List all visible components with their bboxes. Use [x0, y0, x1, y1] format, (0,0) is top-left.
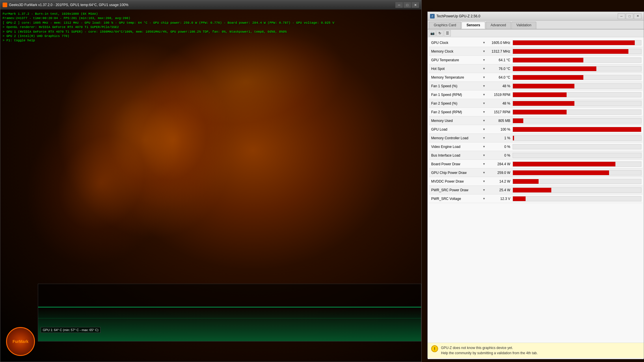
sensor-name: GPU Clock▼	[429, 41, 487, 45]
sensor-name: Memory Used▼	[429, 119, 487, 123]
sensor-bar-container	[513, 188, 641, 193]
sensor-bar	[513, 75, 583, 80]
furmark-overlay-line7: > F1: toggle help	[3, 38, 334, 43]
gpuz-title: TechPowerUp GPU-Z 2.56.0	[436, 14, 616, 18]
sensor-bar	[513, 127, 641, 132]
gpuz-titlebar: Z TechPowerUp GPU-Z 2.56.0 ─ □ ✕	[428, 12, 644, 21]
sensor-dropdown-icon[interactable]: ▼	[483, 76, 485, 79]
gpuz-camera-button[interactable]: 📷	[429, 30, 436, 36]
sensor-dropdown-icon[interactable]: ▼	[483, 197, 485, 200]
gpuz-refresh-button[interactable]: ↻	[436, 30, 443, 36]
sensor-bar-container	[513, 101, 641, 106]
sensor-row: Fan 1 Speed (RPM)▼1519 RPM	[429, 90, 643, 99]
sensor-row: Video Engine Load▼0 %	[429, 142, 643, 151]
sensor-name: Hot Spot▼	[429, 67, 487, 71]
sensor-bar-container	[513, 153, 641, 158]
gpuz-tabs: Graphics Card Sensors Advanced Validatio…	[428, 21, 644, 29]
tab-graphics-card[interactable]: Graphics Card	[429, 22, 461, 29]
sensor-row: PWR_SRC Power Draw▼25.4 W	[429, 186, 643, 194]
sensor-dropdown-icon[interactable]: ▼	[483, 41, 485, 44]
sensor-bar	[513, 136, 514, 140]
sensor-dropdown-icon[interactable]: ▼	[483, 119, 485, 122]
sensor-bar	[513, 101, 574, 106]
sensor-dropdown-icon[interactable]: ▼	[483, 145, 485, 148]
sensor-name: Fan 2 Speed (RPM)▼	[429, 110, 487, 114]
sensor-dropdown-icon[interactable]: ▼	[483, 180, 485, 183]
sensor-row: MVDDC Power Draw▼14.2 W	[429, 177, 643, 186]
sensor-value: 0 %	[487, 153, 513, 157]
tab-sensors[interactable]: Sensors	[461, 22, 485, 29]
sensor-name: GPU Chip Power Draw▼	[429, 171, 487, 175]
sensor-dropdown-icon[interactable]: ▼	[483, 50, 485, 53]
sensor-dropdown-icon[interactable]: ▼	[483, 128, 485, 131]
sensor-bar	[513, 66, 596, 71]
furmark-overlay-line3: [ GPU-Z ] core: 1605 MHz - mem: 1312 MHz…	[3, 21, 334, 25]
sensor-bar-container	[513, 170, 641, 175]
sensor-value: 64.1 °C	[487, 58, 513, 62]
furmark-maximize-button[interactable]: □	[403, 2, 411, 8]
sensor-dropdown-icon[interactable]: ▼	[483, 171, 485, 174]
sensor-bar	[513, 58, 583, 62]
furmark-gpu-temp: GPU 1: 64° C (min: 57° C - max: 65° C)	[41, 327, 100, 333]
sensor-dropdown-icon[interactable]: ▼	[483, 93, 485, 96]
sensor-row: Memory Controller Load▼1 %	[429, 134, 643, 142]
notification-warning-icon: !	[431, 345, 438, 352]
sensor-row: GPU Clock▼1605.0 MHz	[429, 38, 643, 47]
sensor-bar-container	[513, 109, 641, 115]
sensor-row: Memory Temperature▼64.0 °C	[429, 73, 643, 82]
sensor-name: Memory Clock▼	[429, 49, 487, 53]
sensor-dropdown-icon[interactable]: ▼	[483, 58, 485, 62]
sensor-value: 1517 RPM	[487, 110, 513, 114]
furmark-close-button[interactable]: ✕	[412, 2, 419, 8]
tab-validation[interactable]: Validation	[511, 22, 536, 29]
gpuz-close-button[interactable]: ✕	[634, 13, 641, 19]
sensor-value: 0 %	[487, 145, 513, 149]
furmark-titlebar-buttons: ─ □ ✕	[395, 2, 419, 8]
sensor-value: 14.2 W	[487, 179, 513, 183]
sensor-bar	[513, 179, 539, 184]
sensor-dropdown-icon[interactable]: ▼	[483, 162, 485, 166]
sensor-bar	[513, 170, 609, 175]
gpuz-menu-button[interactable]: ☰	[444, 30, 451, 36]
sensor-row: GPU Temperature▼64.1 °C	[429, 56, 643, 64]
gpuz-minimize-button[interactable]: ─	[618, 13, 625, 19]
sensor-bar	[513, 92, 567, 97]
gpuz-icon: Z	[430, 14, 435, 18]
furmark-icon	[3, 3, 7, 7]
gpuz-titlebar-buttons: ─ □ ✕	[618, 13, 641, 19]
sensor-bar	[513, 49, 628, 54]
sensor-dropdown-icon[interactable]: ▼	[483, 84, 485, 88]
sensor-dropdown-icon[interactable]: ▼	[483, 102, 485, 105]
gpuz-sensors-content: GPU Clock▼1605.0 MHzMemory Clock▼1312.7 …	[428, 37, 644, 343]
sensor-row: Fan 2 Speed (%)▼48 %	[429, 99, 643, 108]
sensor-name: Fan 2 Speed (%)▼	[429, 101, 487, 105]
sensor-dropdown-icon[interactable]: ▼	[483, 110, 485, 114]
gpuz-maximize-button[interactable]: □	[626, 13, 633, 19]
gpuz-notification: ! GPU-Z does not know this graphics devi…	[428, 343, 644, 358]
sensor-value: 12.3 V	[487, 197, 513, 201]
furmark-overlay: FurMark 1.37.2 - Burn-in test, 1920x1080…	[3, 12, 334, 43]
sensor-name: GPU Temperature▼	[429, 58, 487, 62]
sensor-dropdown-icon[interactable]: ▼	[483, 188, 485, 192]
tab-advanced[interactable]: Advanced	[486, 22, 511, 29]
sensor-row: Bus Interface Load▼0 %	[429, 151, 643, 160]
sensor-row: Memory Used▼805 MB	[429, 116, 643, 125]
sensor-dropdown-icon[interactable]: ▼	[483, 154, 485, 157]
sensor-bar-container	[513, 127, 641, 132]
sensor-name: Memory Controller Load▼	[429, 136, 487, 140]
furmark-window: Geeks3D FurMark v1.37.2.0 - 201FPS, GPU1…	[0, 0, 422, 362]
sensor-name: Fan 1 Speed (%)▼	[429, 84, 487, 88]
sensor-value: 100 %	[487, 127, 513, 131]
sensor-bar	[513, 84, 574, 88]
sensor-value: 1519 RPM	[487, 93, 513, 97]
sensor-dropdown-icon[interactable]: ▼	[483, 67, 485, 70]
sensor-value: 48 %	[487, 84, 513, 88]
sensor-bar-container	[513, 49, 641, 54]
furmark-graph	[38, 284, 421, 341]
sensor-value: 1605.0 MHz	[487, 41, 513, 45]
sensor-dropdown-icon[interactable]: ▼	[483, 136, 485, 140]
furmark-minimize-button[interactable]: ─	[395, 2, 403, 8]
sensor-bar-container	[513, 179, 641, 184]
furmark-logo-text: FurMark	[12, 339, 28, 344]
sensor-bar-container	[513, 57, 641, 63]
